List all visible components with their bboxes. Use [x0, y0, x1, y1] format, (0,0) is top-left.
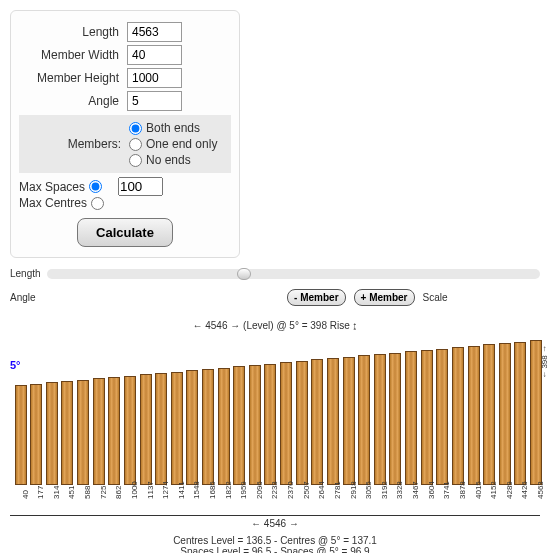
minus-member-button[interactable]: - Member: [287, 289, 345, 306]
member-bar: 451: [61, 381, 73, 485]
member-position-label: 3328: [395, 481, 404, 499]
members-radio-one[interactable]: One end only: [129, 137, 217, 151]
member-position-label: 3467: [411, 481, 420, 499]
member-bar: 40: [15, 385, 27, 485]
member-position-label: 2781: [333, 481, 342, 499]
radio-no-ends[interactable]: [129, 154, 142, 167]
radio-max-centres[interactable]: [91, 197, 104, 210]
member-bar: 1411: [171, 372, 183, 485]
member-bar: 2644: [311, 359, 323, 485]
input-panel: Length Member Width Member Height Angle …: [10, 10, 240, 258]
member-bar: 2781: [327, 358, 339, 485]
members-label: Members:: [21, 137, 121, 151]
member-position-label: 2507: [302, 481, 311, 499]
max-centres-radio[interactable]: Max Centres: [19, 196, 104, 210]
member-bar: 2507: [296, 361, 308, 485]
member-bar: 2233: [264, 364, 276, 485]
member-position-label: 4426: [520, 481, 529, 499]
member-bar: 1685: [202, 369, 214, 485]
member-position-label: 314: [52, 486, 61, 499]
member-position-label: 451: [67, 486, 76, 499]
member-bar: 2096: [249, 365, 261, 485]
members-group: Members: Both ends One end only No ends: [19, 115, 231, 173]
member-bar: 4152: [483, 344, 495, 485]
angle-label: Angle: [19, 94, 119, 108]
member-bar: 1959: [233, 366, 245, 485]
member-position-label: 3878: [458, 481, 467, 499]
member-position-label: 1822: [224, 481, 233, 499]
member-position-label: 1411: [177, 481, 186, 499]
diagram-area: ← 4546 → (Level) @ 5° = 398 Rise ↨ 5° 40…: [10, 320, 540, 553]
member-position-label: 725: [99, 486, 108, 499]
member-position-label: 2096: [255, 481, 264, 499]
member-bar: 4289: [499, 343, 511, 485]
member-bar: 1548: [186, 370, 198, 485]
member-position-label: 40: [21, 490, 30, 499]
member-position-label: 2233: [270, 481, 279, 499]
scale-slider-label: Scale: [423, 292, 448, 303]
length-slider[interactable]: [47, 269, 540, 279]
member-bar: 3328: [389, 353, 401, 485]
member-position-label: 1137: [146, 481, 155, 499]
member-position-label: 4015: [474, 481, 483, 499]
member-bar: 3055: [358, 355, 370, 485]
angle-input[interactable]: [127, 91, 182, 111]
member-bar: 3741: [436, 349, 448, 485]
diagram-footer: Centres Level = 136.5 - Centres @ 5° = 1…: [10, 535, 540, 553]
member-bar: 1822: [218, 368, 230, 485]
member-bar: 3467: [405, 351, 417, 485]
member-bar: 2370: [280, 362, 292, 485]
member-height-input[interactable]: [127, 68, 182, 88]
member-position-label: 4152: [489, 481, 498, 499]
diagram-chart: 5° 4017731445158872586210001137127414111…: [10, 335, 540, 485]
rise-label: ← 398 →: [540, 345, 549, 379]
member-position-label: 177: [36, 486, 45, 499]
member-bar: 588: [77, 380, 89, 485]
member-position-label: 3741: [442, 481, 451, 499]
members-radio-both[interactable]: Both ends: [129, 121, 217, 135]
member-bar: 725: [93, 378, 105, 485]
plus-member-button[interactable]: + Member: [354, 289, 415, 306]
member-bar: 314: [46, 382, 58, 485]
member-bar: 4015: [468, 346, 480, 485]
length-slider-label: Length: [10, 268, 41, 279]
member-position-label: 2918: [349, 481, 358, 499]
member-position-label: 4563: [536, 481, 545, 499]
member-position-label: 3055: [364, 481, 373, 499]
member-position-label: 2644: [317, 481, 326, 499]
member-position-label: 3604: [427, 481, 436, 499]
radio-max-spaces[interactable]: [89, 180, 102, 193]
length-label: Length: [19, 25, 119, 39]
member-bar: 1274: [155, 373, 167, 485]
member-position-label: 1000: [130, 481, 139, 499]
member-bar: 1000: [124, 376, 136, 485]
max-spaces-radio[interactable]: Max Spaces: [19, 180, 102, 194]
member-position-label: 1685: [208, 481, 217, 499]
length-input[interactable]: [127, 22, 182, 42]
member-position-label: 3192: [380, 481, 389, 499]
member-position-label: 2370: [286, 481, 295, 499]
members-radio-none[interactable]: No ends: [129, 153, 217, 167]
member-height-label: Member Height: [19, 71, 119, 85]
spacing-input[interactable]: [118, 177, 163, 196]
member-position-label: 862: [114, 486, 123, 499]
radio-both-ends[interactable]: [129, 122, 142, 135]
member-width-input[interactable]: [127, 45, 182, 65]
member-width-label: Member Width: [19, 48, 119, 62]
member-bar: 3878: [452, 347, 464, 485]
radio-one-end[interactable]: [129, 138, 142, 151]
calculate-button[interactable]: Calculate: [77, 218, 173, 247]
member-bar: 1137: [140, 374, 152, 485]
member-bar: 2918: [343, 357, 355, 485]
member-bar: 3604: [421, 350, 433, 485]
diagram-dimension: ← 4546 →: [10, 515, 540, 529]
member-bar: 3192: [374, 354, 386, 485]
member-position-label: 4289: [505, 481, 514, 499]
member-bar: 4426: [514, 342, 526, 485]
member-bar: 862: [108, 377, 120, 485]
angle-slider-label: Angle: [10, 292, 36, 303]
member-bar: 177: [30, 384, 42, 485]
member-position-label: 1274: [161, 481, 170, 499]
member-position-label: 588: [83, 486, 92, 499]
diagram-top-caption: ← 4546 → (Level) @ 5° = 398 Rise ↨: [10, 320, 540, 331]
